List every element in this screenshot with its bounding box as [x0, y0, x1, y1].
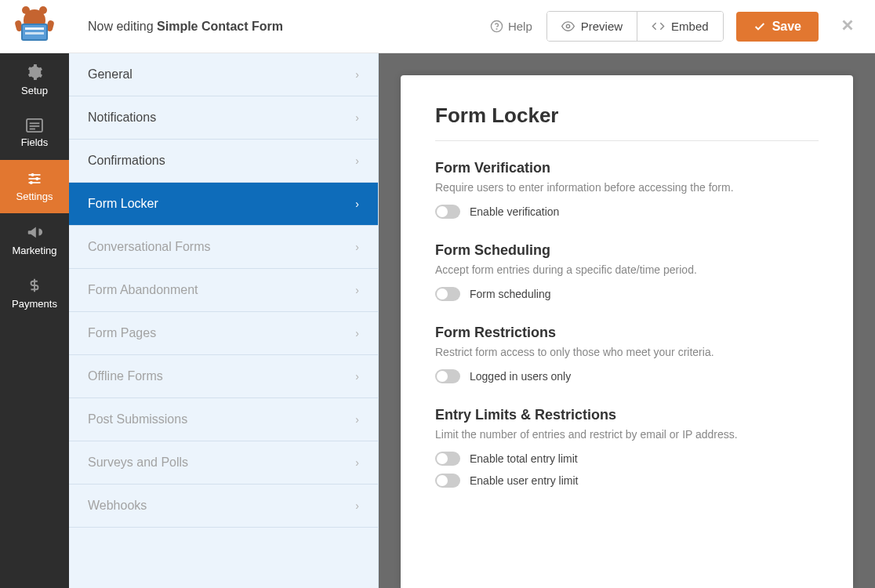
toggle-row: Enable user entry limit: [435, 474, 819, 488]
chevron-right-icon: ›: [355, 456, 359, 469]
submenu-item-label: Notifications: [88, 111, 156, 125]
help-link[interactable]: Help: [490, 20, 532, 33]
settings-section: Form RestrictionsRestrict form access to…: [435, 325, 819, 383]
embed-label: Embed: [671, 20, 709, 33]
sidebar-item-label: Settings: [16, 191, 53, 202]
chevron-right-icon: ›: [355, 154, 359, 167]
submenu-item[interactable]: Form Locker›: [69, 183, 378, 226]
submenu-item[interactable]: Offline Forms›: [69, 355, 378, 398]
close-icon: [839, 16, 856, 34]
submenu-item[interactable]: Conversational Forms›: [69, 226, 378, 269]
section-description: Limit the number of entries and restrict…: [435, 428, 819, 441]
section-heading: Form Restrictions: [435, 325, 819, 341]
toggle-switch[interactable]: [435, 474, 460, 488]
preview-label: Preview: [581, 20, 623, 33]
toggle-row: Form scheduling: [435, 287, 819, 301]
chevron-right-icon: ›: [355, 198, 359, 210]
help-icon: [490, 20, 508, 33]
chevron-right-icon: ›: [355, 284, 359, 296]
submenu-item[interactable]: Post Submissions›: [69, 398, 378, 441]
submenu-item-label: Form Abandonment: [88, 283, 198, 297]
submenu-item[interactable]: Surveys and Polls›: [69, 441, 378, 485]
close-button[interactable]: [836, 13, 859, 40]
chevron-right-icon: ›: [355, 68, 359, 81]
section-description: Accept form entries during a specific da…: [435, 263, 819, 276]
toggle-row: Enable total entry limit: [435, 452, 819, 466]
sidebar-item-label: Payments: [12, 298, 57, 310]
chevron-right-icon: ›: [355, 499, 359, 512]
sidebar-item-fields[interactable]: Fields: [0, 107, 69, 160]
toggle-label: Enable total entry limit: [470, 452, 578, 465]
toggle-switch[interactable]: [435, 287, 460, 301]
toggle-label: Logged in users only: [470, 370, 571, 383]
section-description: Restrict form access to only those who m…: [435, 346, 819, 358]
settings-section: Form SchedulingAccept form entries durin…: [435, 242, 819, 301]
submenu-item-label: General: [88, 67, 133, 82]
sidebar-item-setup[interactable]: Setup: [0, 53, 69, 107]
submenu-item-label: Surveys and Polls: [88, 456, 188, 470]
submenu-item[interactable]: Form Abandonment›: [69, 269, 378, 312]
settings-section: Entry Limits & RestrictionsLimit the num…: [435, 407, 819, 488]
chevron-right-icon: ›: [355, 241, 359, 253]
settings-section: Form VerificationRequire users to enter …: [435, 160, 819, 219]
section-heading: Form Scheduling: [435, 242, 819, 259]
preview-embed-group: Preview Embed: [546, 11, 724, 42]
submenu-item-label: Conversational Forms: [88, 240, 211, 254]
chevron-right-icon: ›: [355, 370, 359, 383]
eye-icon: [561, 20, 575, 33]
save-button[interactable]: Save: [736, 12, 819, 42]
toggle-switch[interactable]: [435, 369, 460, 383]
svg-point-14: [30, 181, 33, 184]
submenu-item-label: Form Pages: [88, 326, 156, 340]
preview-button[interactable]: Preview: [547, 12, 637, 41]
toggle-row: Logged in users only: [435, 369, 819, 383]
svg-point-2: [566, 24, 569, 27]
section-heading: Entry Limits & Restrictions: [435, 407, 819, 423]
panel-divider: [435, 140, 819, 141]
sidebar-item-marketing[interactable]: Marketing: [0, 213, 69, 267]
toggle-switch[interactable]: [435, 205, 460, 219]
form-name: Simple Contact Form: [157, 20, 283, 33]
submenu-item[interactable]: Webhooks›: [69, 485, 378, 528]
form-icon: [26, 118, 43, 132]
sidebar-item-payments[interactable]: Payments: [0, 267, 69, 320]
panel-title: Form Locker: [435, 103, 819, 128]
toggle-label: Form scheduling: [470, 288, 551, 300]
submenu-item-label: Confirmations: [88, 154, 165, 168]
submenu-item[interactable]: Form Pages›: [69, 312, 378, 355]
app-logo: [0, 0, 69, 53]
toggle-label: Enable user entry limit: [470, 474, 579, 487]
submenu-item[interactable]: General›: [69, 53, 378, 96]
embed-button[interactable]: Embed: [637, 12, 723, 41]
submenu-item[interactable]: Confirmations›: [69, 140, 378, 183]
sidebar-item-settings[interactable]: Settings: [0, 160, 69, 213]
section-description: Require users to enter information befor…: [435, 181, 819, 194]
svg-point-10: [31, 173, 34, 176]
submenu-item-label: Offline Forms: [88, 369, 163, 383]
submenu-item-label: Form Locker: [88, 197, 158, 211]
gear-icon: [26, 64, 43, 81]
editing-prefix: Now editing: [88, 20, 157, 33]
section-heading: Form Verification: [435, 160, 819, 176]
now-editing-label: Now editing Simple Contact Form: [88, 20, 490, 34]
help-label: Help: [508, 20, 532, 33]
editor-canvas: Form Locker Form VerificationRequire use…: [379, 53, 875, 588]
toggle-label: Enable verification: [470, 205, 559, 218]
sliders-icon: [26, 171, 43, 187]
chevron-right-icon: ›: [355, 111, 359, 124]
chevron-right-icon: ›: [355, 413, 359, 426]
submenu-item[interactable]: Notifications›: [69, 96, 378, 140]
svg-point-12: [35, 177, 38, 180]
dollar-icon: [27, 277, 42, 294]
sidebar-item-label: Setup: [21, 85, 48, 96]
toggle-row: Enable verification: [435, 205, 819, 219]
chevron-right-icon: ›: [355, 327, 359, 339]
toggle-switch[interactable]: [435, 452, 460, 466]
svg-point-1: [496, 29, 497, 30]
settings-panel: Form Locker Form VerificationRequire use…: [401, 75, 853, 588]
submenu-item-label: Webhooks: [88, 499, 147, 513]
check-icon: [753, 20, 766, 33]
top-toolbar: Now editing Simple Contact Form Help Pre…: [0, 0, 875, 53]
settings-submenu: General›Notifications›Confirmations›Form…: [69, 53, 379, 588]
code-icon: [652, 20, 665, 33]
